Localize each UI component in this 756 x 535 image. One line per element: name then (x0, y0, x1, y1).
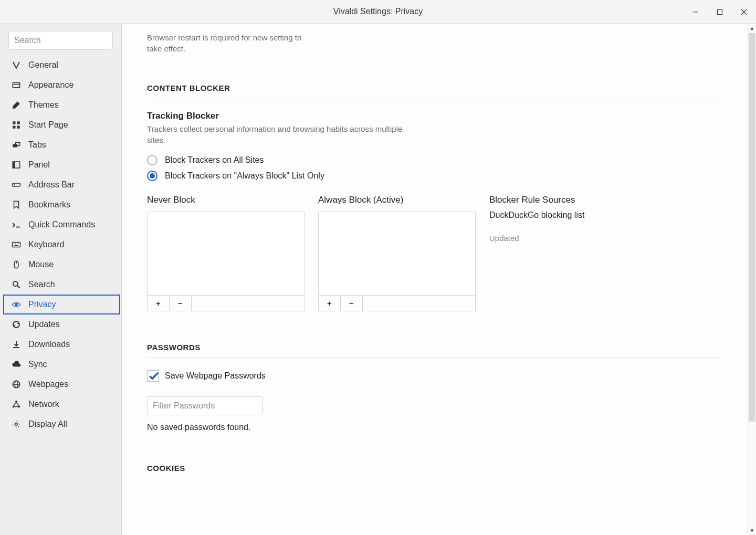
sidebar-item-label: Tabs (28, 140, 46, 150)
panel-icon (12, 160, 21, 170)
sidebar-item-label: Appearance (28, 80, 74, 90)
never-block-list[interactable] (147, 212, 304, 296)
sidebar-item-themes[interactable]: Themes (0, 95, 121, 115)
cloud-icon (12, 360, 21, 369)
tabs-icon (12, 140, 21, 150)
globe-icon (12, 380, 21, 389)
tracking-option-1[interactable]: Block Trackers on "Always Block" List On… (147, 171, 722, 181)
quick-icon (12, 220, 21, 229)
radio-label: Block Trackers on "Always Block" List On… (165, 171, 324, 181)
close-button[interactable] (732, 0, 756, 24)
close-icon (741, 9, 747, 15)
scroll-down-button[interactable]: ▼ (748, 526, 756, 535)
sidebar-item-sync[interactable]: Sync (0, 354, 121, 374)
network-icon (12, 400, 21, 409)
sidebar-item-label: Network (28, 400, 59, 409)
never-block-title: Never Block (147, 195, 304, 205)
sidebar-item-appearance[interactable]: Appearance (0, 75, 121, 95)
always-block-remove-button[interactable]: − (341, 296, 363, 311)
vivaldi-icon (12, 60, 21, 70)
sidebar-item-downloads[interactable]: Downloads (0, 334, 121, 354)
eye-icon (12, 300, 21, 309)
sidebar-item-label: Updates (28, 320, 60, 329)
sidebar-item-keyboard[interactable]: Keyboard (0, 235, 121, 255)
sidebar-item-tabs[interactable]: Tabs (0, 135, 121, 155)
always-block-spacer (363, 296, 475, 311)
mouse-icon (12, 260, 21, 269)
download-icon (12, 340, 21, 349)
settings-content: Browser restart is required for new sett… (122, 24, 747, 535)
sidebar-item-label: Panel (28, 160, 50, 170)
sidebar-item-label: Themes (28, 100, 59, 110)
maximize-icon (717, 9, 723, 15)
sidebar-item-mouse[interactable]: Mouse (0, 255, 121, 275)
sidebar-item-updates[interactable]: Updates (0, 314, 121, 334)
rule-sources-title: Blocker Rule Sources (489, 195, 722, 205)
sidebar-item-search[interactable]: Search (0, 275, 121, 295)
sidebar-item-bookmarks[interactable]: Bookmarks (0, 195, 121, 215)
sidebar-item-label: Webpages (28, 380, 68, 389)
save-passwords-checkbox[interactable]: Save Webpage Passwords (147, 370, 722, 382)
scroll-up-button[interactable]: ▲ (748, 24, 756, 33)
grid-icon (12, 120, 21, 130)
content-blocker-heading: CONTENT BLOCKER (147, 83, 722, 98)
gear-icon (12, 419, 21, 429)
search-input[interactable] (8, 31, 113, 50)
brush-icon (12, 100, 21, 110)
restart-notice: Browser restart is required for new sett… (147, 32, 304, 54)
bookmark-icon (12, 200, 21, 209)
never-block-remove-button[interactable]: − (170, 296, 192, 311)
radio-label: Block Trackers on All Sites (165, 155, 264, 165)
radio-icon (147, 171, 158, 181)
tracking-blocker-desc: Trackers collect personal information an… (147, 123, 420, 145)
sidebar-item-label: Sync (28, 360, 47, 369)
sidebar-item-label: Display All (28, 419, 67, 429)
sidebar-item-label: Address Bar (28, 180, 75, 190)
sidebar-item-network[interactable]: Network (0, 394, 121, 414)
check-icon (147, 370, 159, 382)
search-icon (12, 280, 21, 289)
sidebar-item-label: Privacy (28, 300, 56, 309)
sidebar-item-privacy[interactable]: Privacy (0, 295, 121, 314)
window-title: Vivaldi Settings: Privacy (333, 7, 423, 16)
never-block-add-button[interactable]: + (148, 296, 170, 311)
always-block-list[interactable] (318, 212, 476, 296)
sidebar: GeneralAppearanceThemesStart PageTabsPan… (0, 24, 122, 535)
sidebar-item-start-page[interactable]: Start Page (0, 115, 121, 135)
scrollbar[interactable]: ▲ ▼ (747, 24, 756, 535)
sidebar-item-label: Downloads (28, 340, 70, 349)
sync-icon (12, 320, 21, 329)
save-passwords-label: Save Webpage Passwords (165, 371, 266, 381)
no-passwords-text: No saved passwords found. (147, 423, 722, 432)
sidebar-item-webpages[interactable]: Webpages (0, 374, 121, 394)
minimize-button[interactable] (684, 0, 708, 24)
sidebar-item-label: General (28, 60, 58, 70)
sidebar-item-panel[interactable]: Panel (0, 155, 121, 175)
sidebar-item-quick-commands[interactable]: Quick Commands (0, 215, 121, 235)
always-block-add-button[interactable]: + (319, 296, 341, 311)
cookies-heading: COOKIES (147, 464, 722, 478)
rule-sources-item: DuckDuckGo blocking list (489, 211, 722, 220)
maximize-button[interactable] (708, 0, 732, 24)
scroll-thumb[interactable] (749, 33, 755, 422)
sidebar-item-general[interactable]: General (0, 55, 121, 75)
sidebar-item-label: Keyboard (28, 240, 65, 249)
sidebar-item-label: Mouse (28, 260, 54, 269)
keyboard-icon (12, 240, 21, 249)
svg-rect-1 (718, 9, 722, 14)
sidebar-item-label: Search (28, 280, 55, 289)
sidebar-item-label: Quick Commands (28, 220, 95, 229)
passwords-heading: PASSWORDS (147, 343, 722, 358)
radio-icon (147, 155, 158, 165)
always-block-title: Always Block (Active) (318, 195, 476, 205)
rule-sources-updated: Updated (489, 234, 722, 243)
tracking-blocker-title: Tracking Blocker (147, 111, 722, 121)
minimize-icon (692, 9, 699, 15)
filter-passwords-input[interactable] (147, 396, 262, 415)
sidebar-item-address-bar[interactable]: Address Bar (0, 175, 121, 195)
sidebar-item-label: Bookmarks (28, 200, 70, 209)
never-block-spacer (192, 296, 304, 311)
tracking-option-0[interactable]: Block Trackers on All Sites (147, 155, 722, 165)
sidebar-item-display-all[interactable]: Display All (0, 414, 121, 434)
addressbar-icon (12, 180, 21, 190)
